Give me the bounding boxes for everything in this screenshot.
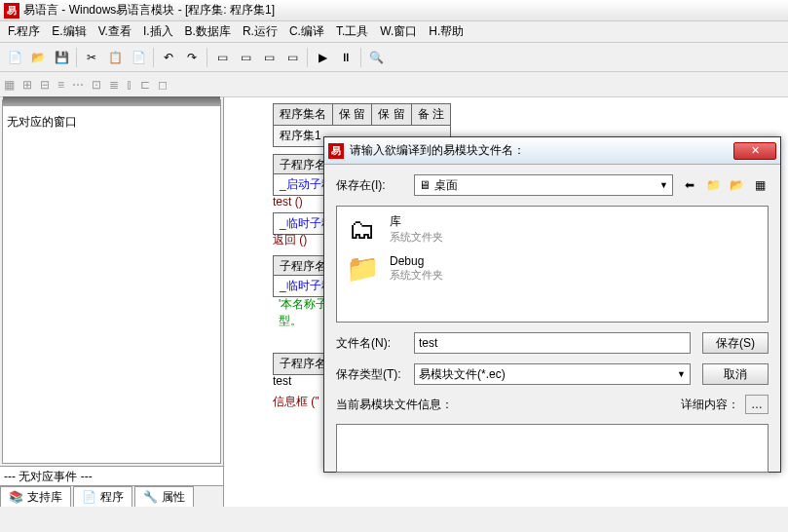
code-return[interactable]: 返回 () (273, 232, 307, 248)
event-label: --- 无对应事件 --- (4, 470, 93, 483)
folder-item-library[interactable]: 🗂 库 系统文件夹 (343, 212, 762, 246)
filetype-value: 易模块文件(*.ec) (419, 366, 506, 383)
property-icon: 🔧 (143, 490, 158, 504)
folder-name: Debug (390, 254, 443, 268)
save-dialog: 易 请输入欲编译到的易模块文件名： ✕ 保存在(I): 🖥 桌面 ⬅ 📁 📂 ▦… (323, 136, 781, 473)
info-box (336, 424, 769, 473)
newfolder-icon[interactable]: 📂 (728, 176, 745, 194)
library-icon: 📚 (9, 490, 23, 504)
detail-label: 详细内容： (681, 397, 739, 413)
col-reserved1: 保 留 (333, 104, 372, 126)
event-bar: --- 无对应事件 --- (0, 466, 223, 485)
filetype-label: 保存类型(T): (336, 366, 414, 383)
menu-edit[interactable]: E.编辑 (46, 23, 92, 40)
menu-help[interactable]: H.帮助 (423, 23, 469, 40)
run-button[interactable]: ▶ (312, 47, 333, 68)
code-msgbox[interactable]: 信息框 (" (273, 394, 319, 410)
menu-tools[interactable]: T.工具 (330, 23, 374, 40)
filename-input[interactable] (414, 332, 691, 354)
save-in-label: 保存在(I): (336, 177, 414, 194)
tree-empty-label: 无对应的窗口 (7, 114, 216, 131)
save-in-combo[interactable]: 🖥 桌面 (414, 174, 673, 196)
window3-button[interactable]: ▭ (258, 47, 280, 68)
cut-button[interactable]: ✂ (81, 47, 102, 68)
folder-subtext: 系统文件夹 (390, 268, 443, 283)
menu-window[interactable]: W.窗口 (374, 23, 423, 40)
window1-button[interactable]: ▭ (211, 47, 233, 68)
detail-button[interactable]: … (745, 395, 769, 414)
dialog-close-button[interactable]: ✕ (733, 142, 776, 160)
dialog-title: 请输入欲编译到的易模块文件名： (350, 142, 733, 159)
menu-database[interactable]: B.数据库 (179, 23, 237, 40)
folder-subtext: 系统文件夹 (390, 230, 443, 245)
find-button[interactable]: 🔍 (365, 47, 387, 68)
dialog-titlebar[interactable]: 易 请输入欲编译到的易模块文件名： ✕ (324, 137, 780, 165)
paste-button[interactable]: 📄 (128, 47, 149, 68)
menu-file[interactable]: F.程序 (2, 23, 46, 40)
back-icon[interactable]: ⬅ (681, 176, 698, 194)
tab-property[interactable]: 🔧属性 (134, 486, 194, 507)
tab-library[interactable]: 📚支持库 (0, 486, 71, 507)
new-button[interactable]: 📄 (4, 47, 25, 68)
menu-insert[interactable]: I.插入 (137, 23, 179, 40)
folder-icon: 📁 (343, 251, 382, 285)
cancel-button[interactable]: 取消 (702, 363, 769, 385)
col-remark: 备 注 (411, 104, 450, 126)
code-comment[interactable]: '本名称子 型。 (279, 296, 327, 329)
left-panel: 无对应的窗口 --- 无对应事件 --- 📚支持库 📄程序 🔧属性 (0, 97, 224, 507)
folder-icon: 🗂 (343, 212, 382, 246)
save-in-value: 桌面 (434, 177, 458, 194)
col-reserved2: 保 留 (372, 104, 411, 126)
tab-program[interactable]: 📄程序 (73, 486, 132, 507)
filetype-combo[interactable]: 易模块文件(*.ec) (414, 363, 691, 385)
window2-button[interactable]: ▭ (235, 47, 256, 68)
pause-button[interactable]: ⏸ (335, 47, 356, 68)
menu-compile[interactable]: C.编译 (283, 23, 330, 40)
redo-button[interactable]: ↷ (181, 47, 203, 68)
menu-view[interactable]: V.查看 (93, 23, 137, 40)
save-button[interactable]: 💾 (51, 47, 72, 68)
menu-run[interactable]: R.运行 (237, 23, 283, 40)
col-assembly-name: 程序集名 (274, 104, 333, 126)
program-icon: 📄 (82, 490, 96, 504)
title-bar: 易 易语言 - Windows易语言模块 - [程序集: 程序集1] (0, 0, 788, 21)
save-button[interactable]: 保存(S) (702, 332, 769, 354)
viewmenu-icon[interactable]: ▦ (751, 176, 769, 194)
dialog-icon: 易 (328, 143, 344, 159)
folder-name: 库 (390, 213, 443, 230)
filename-label: 文件名(N): (336, 335, 414, 352)
open-button[interactable]: 📂 (27, 47, 49, 68)
app-icon: 易 (4, 3, 19, 19)
toolbar: 📄 📂 💾 ✂ 📋 📄 ↶ ↷ ▭ ▭ ▭ ▭ ▶ ⏸ 🔍 (0, 43, 788, 72)
bottom-tabs: 📚支持库 📄程序 🔧属性 (0, 485, 223, 507)
code-test-call[interactable]: test () (273, 195, 303, 209)
menu-bar: F.程序 E.编辑 V.查看 I.插入 B.数据库 R.运行 C.编译 T.工具… (0, 21, 788, 43)
copy-button[interactable]: 📋 (104, 47, 126, 68)
up-icon[interactable]: 📁 (704, 176, 722, 194)
toolbar-secondary: ▦⊞⊟≡⋯⊡≣⫿⊏◻ (0, 72, 788, 97)
code-test[interactable]: test (273, 374, 291, 388)
window4-button[interactable]: ▭ (281, 47, 303, 68)
folder-item-debug[interactable]: 📁 Debug 系统文件夹 (343, 251, 762, 285)
undo-button[interactable]: ↶ (158, 47, 179, 68)
file-list[interactable]: 🗂 库 系统文件夹 📁 Debug 系统文件夹 (336, 206, 769, 323)
title-text: 易语言 - Windows易语言模块 - [程序集: 程序集1] (23, 2, 275, 19)
info-label: 当前易模块文件信息： (336, 397, 681, 413)
window-tree[interactable]: 无对应的窗口 (2, 99, 221, 464)
